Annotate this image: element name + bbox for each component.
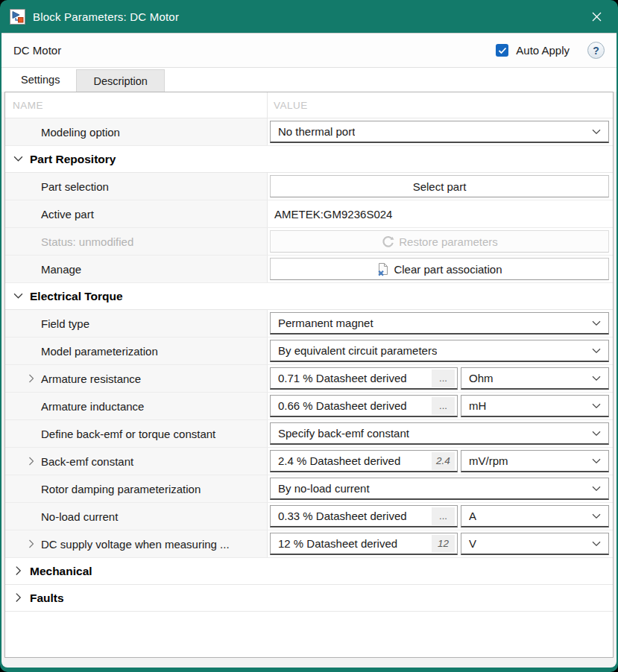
unit-dropdown-armature-resistance[interactable]: Ohm: [461, 367, 609, 390]
dropdown-field-type[interactable]: Permanent magnet: [270, 312, 609, 335]
evaluated-value-badge[interactable]: 12: [432, 535, 455, 553]
row-armature-resistance: Armature resistance0.71 % Datasheet deri…: [5, 365, 613, 393]
chevron-down-icon[interactable]: [592, 129, 601, 134]
chevron-right-icon[interactable]: [27, 375, 36, 381]
value-column-header: VALUE: [274, 100, 308, 111]
param-value-cell: Permanent magnet: [268, 310, 613, 337]
param-label: Modeling option: [5, 126, 120, 139]
block-parameters-dialog: Block Parameters: DC Motor DC Motor Auto…: [0, 0, 618, 672]
ellipsis-button[interactable]: ...: [432, 397, 455, 415]
section-part-repository[interactable]: Part Repository: [5, 146, 613, 173]
value-input-armature-resistance[interactable]: 0.71 % Datasheet derived...: [270, 367, 458, 390]
dropdown-value: By no-load current: [278, 482, 370, 495]
param-value-cell: By no-load current: [268, 475, 613, 502]
button-label: Clear part association: [394, 263, 502, 276]
chevron-down-icon[interactable]: [13, 156, 23, 162]
tab-description[interactable]: Description: [76, 69, 165, 92]
value-input-dc-supply-voltage-when-measuring[interactable]: 12 % Datasheet derived12: [270, 533, 458, 555]
chevron-right-icon[interactable]: [27, 541, 36, 546]
row-modeling-option: Modeling optionNo thermal port: [5, 118, 613, 146]
block-header-bar: DC Motor Auto Apply ?: [1, 34, 617, 68]
param-value-cell: 12 % Datasheet derived12V: [268, 530, 613, 557]
chevron-down-icon[interactable]: [592, 458, 601, 463]
value-input-text: 12 % Datasheet derived: [278, 537, 397, 550]
dropdown-rotor-damping-parameterization[interactable]: By no-load current: [270, 478, 609, 500]
tab-settings[interactable]: Settings: [4, 68, 76, 92]
window-title: Block Parameters: DC Motor: [33, 10, 179, 23]
unit-dropdown-dc-supply-voltage-when-measuring[interactable]: V: [461, 533, 609, 555]
chevron-down-icon[interactable]: [592, 403, 601, 408]
chevron-down-icon[interactable]: [592, 431, 601, 436]
dropdown-define-back-emf-or-torque-constant[interactable]: Specify back-emf constant: [270, 422, 609, 445]
unit-dropdown-back-emf-constant[interactable]: mV/rpm: [461, 450, 609, 472]
param-name-cell: Modeling option: [5, 118, 268, 145]
param-name-cell: Armature resistance: [5, 365, 268, 392]
row-define-back-emf-or-torque-constant: Define back-emf or torque constantSpecif…: [5, 420, 613, 448]
simulink-block-icon: [10, 9, 25, 25]
unit-dropdown-armature-inductance[interactable]: mH: [461, 395, 609, 417]
row-back-emf-constant: Back-emf constant2.4 % Datasheet derived…: [5, 448, 613, 475]
chevron-down-icon[interactable]: [592, 320, 601, 326]
value-input-text: 0.33 % Datasheet derived: [278, 510, 407, 522]
param-name-cell: Status: unmodified: [5, 228, 268, 255]
param-label: Back-emf constant: [5, 455, 133, 468]
chevron-down-icon[interactable]: [592, 486, 601, 491]
clear-part-icon: [376, 262, 390, 276]
section-electrical-torque[interactable]: Electrical Torque: [5, 283, 613, 310]
row-field-type: Field typePermanent magnet: [5, 310, 613, 337]
param-name-cell: Rotor damping parameterization: [5, 475, 268, 502]
section-label: Faults: [30, 592, 64, 605]
dialog-body: DC Motor Auto Apply ? SettingsDescriptio…: [1, 33, 617, 668]
chevron-down-icon[interactable]: [592, 513, 601, 519]
dropdown-value: Specify back-emf constant: [278, 427, 409, 440]
param-value-cell: Specify back-emf constant: [268, 420, 613, 447]
name-column-header: NAME: [13, 100, 43, 111]
section-faults[interactable]: Faults: [5, 585, 613, 612]
evaluated-value-badge[interactable]: 2.4: [432, 452, 455, 470]
unit-value: A: [469, 510, 476, 522]
row-armature-inductance: Armature inductance0.66 % Datasheet deri…: [5, 393, 613, 420]
param-label: Manage: [5, 263, 81, 276]
close-icon[interactable]: [586, 6, 607, 27]
value-input-text: 2.4 % Datasheet derived: [278, 454, 400, 467]
ellipsis-button[interactable]: ...: [432, 370, 455, 387]
restore-icon: [381, 235, 395, 249]
param-name-cell: Define back-emf or torque constant: [5, 420, 268, 447]
chevron-down-icon[interactable]: [592, 375, 601, 381]
button-select-part[interactable]: Select part: [270, 175, 609, 197]
param-name-cell: Field type: [5, 310, 268, 337]
section-mechanical[interactable]: Mechanical: [5, 558, 613, 585]
dropdown-model-parameterization[interactable]: By equivalent circuit parameters: [270, 340, 609, 362]
auto-apply-label: Auto Apply: [516, 44, 570, 57]
chevron-right-icon[interactable]: [13, 568, 23, 574]
param-value-cell: No thermal port: [268, 118, 613, 145]
chevron-right-icon[interactable]: [27, 458, 36, 463]
param-label: Part selection: [5, 180, 109, 193]
param-name-cell: No-load current: [5, 503, 268, 530]
chevron-down-icon[interactable]: [13, 293, 23, 299]
chevron-down-icon[interactable]: [592, 541, 601, 546]
help-button[interactable]: ?: [587, 42, 605, 59]
param-name-cell: Model parameterization: [5, 337, 268, 364]
param-value-cell: 0.66 % Datasheet derived...mH: [268, 393, 613, 419]
button-clear-part-association[interactable]: Clear part association: [270, 258, 609, 280]
unit-dropdown-no-load-current[interactable]: A: [461, 505, 609, 527]
auto-apply-checkbox[interactable]: [496, 44, 508, 57]
param-name-cell: Active part: [5, 200, 268, 227]
unit-value: mH: [469, 399, 486, 412]
dropdown-value: By equivalent circuit parameters: [278, 344, 437, 357]
param-name-cell: Part selection: [5, 173, 268, 200]
button-label: Select part: [413, 180, 467, 193]
value-input-armature-inductance[interactable]: 0.66 % Datasheet derived...: [270, 395, 458, 417]
param-label: Status: unmodified: [5, 235, 133, 248]
param-label: Rotor damping parameterization: [5, 483, 201, 495]
param-label: Model parameterization: [5, 345, 158, 358]
section-label: Electrical Torque: [30, 290, 123, 303]
value-input-no-load-current[interactable]: 0.33 % Datasheet derived...: [270, 505, 458, 527]
dropdown-modeling-option[interactable]: No thermal port: [270, 121, 609, 143]
value-input-back-emf-constant[interactable]: 2.4 % Datasheet derived2.4: [270, 450, 458, 472]
chevron-down-icon[interactable]: [592, 348, 601, 353]
ellipsis-button[interactable]: ...: [432, 507, 455, 525]
param-label: Define back-emf or torque constant: [5, 428, 215, 440]
chevron-right-icon[interactable]: [13, 595, 23, 600]
